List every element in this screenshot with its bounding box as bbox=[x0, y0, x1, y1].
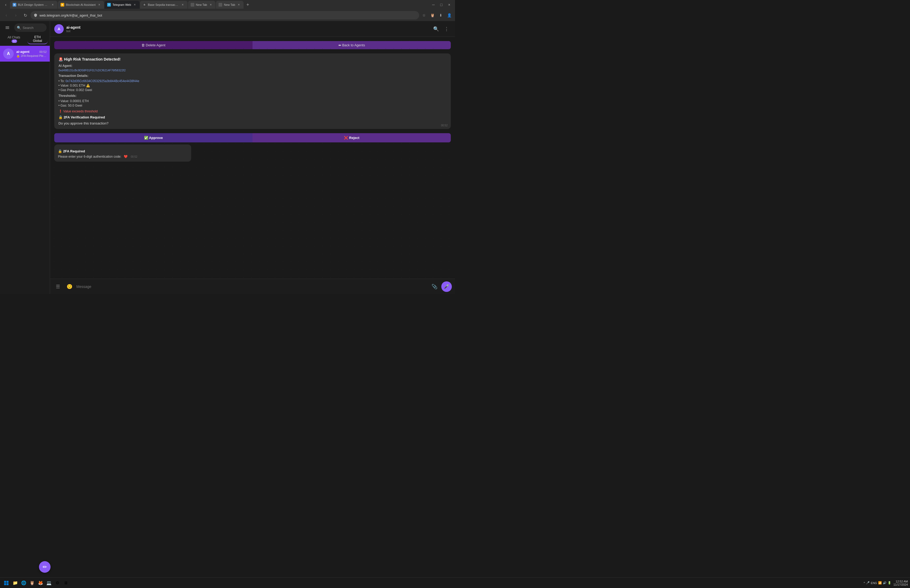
warning-text: ❗ Value exceeds threshold bbox=[58, 110, 446, 113]
chat-messages: 🗑 Delete Agent ⬅ Back to Agents 🚨 High R… bbox=[50, 37, 455, 279]
back-button[interactable]: ‹ bbox=[2, 11, 11, 19]
alert-message: 🚨 High Risk Transaction Detected! AI Age… bbox=[54, 53, 451, 129]
tab-1-title: BLK Design System React ... bbox=[18, 3, 49, 6]
tab-3-favicon: T bbox=[107, 3, 111, 6]
more-options-button[interactable]: ⋮ bbox=[442, 25, 451, 33]
alert-time: 00:52 bbox=[441, 124, 448, 127]
address-actions: ☆ 🦉 ⬇ 👤 bbox=[420, 11, 453, 19]
minimize-button[interactable]: ─ bbox=[430, 1, 437, 8]
twofa-bubble-title: 🔒 2FA Required bbox=[58, 149, 187, 153]
chat-header-name: ai-agent bbox=[66, 25, 432, 29]
address-field[interactable]: web.telegram.org/k/#@ai_agent_thai_bot bbox=[31, 11, 419, 19]
reload-button[interactable]: ↻ bbox=[21, 11, 29, 19]
tab-5-close[interactable]: × bbox=[209, 3, 213, 7]
tx-gas: • Gas Price: 0.002 Gwei bbox=[58, 88, 446, 92]
chat-item-ai-agent[interactable]: A ai-agent 00:52 🔒 2FA Required Please e… bbox=[0, 46, 50, 61]
tab-2-favicon: B bbox=[61, 3, 64, 6]
new-tab-button[interactable]: + bbox=[244, 1, 251, 8]
extensions-button[interactable]: 🦉 bbox=[429, 11, 436, 19]
tab-4[interactable]: B Base Sepolia transaction 0... × bbox=[140, 1, 187, 9]
twofa-time: 00:52 bbox=[131, 155, 137, 158]
search-chat-button[interactable]: 🔍 bbox=[432, 25, 440, 33]
attach-button[interactable]: 📎 bbox=[430, 282, 439, 291]
tab-6-favicon bbox=[218, 3, 222, 6]
search-icon: 🔍 bbox=[17, 26, 21, 30]
reject-button[interactable]: ❌ Reject bbox=[252, 133, 451, 142]
chat-preview: 🔒 2FA Required Please enter your 6-digit… bbox=[16, 54, 47, 58]
tx-to-address: 0x742d35Cc6634C0532925a3b844Bc454e4438f4… bbox=[66, 79, 139, 83]
alert-title: 🚨 High Risk Transaction Detected! bbox=[58, 57, 446, 61]
forward-button[interactable]: › bbox=[11, 11, 20, 19]
tab-6[interactable]: New Tab × bbox=[216, 1, 244, 9]
threshold-gas: • Gas: 50.0 Gwei bbox=[58, 104, 446, 107]
message-input[interactable] bbox=[76, 284, 428, 289]
search-input-label: Search bbox=[23, 26, 34, 30]
tab-4-close[interactable]: × bbox=[181, 3, 185, 7]
address-bar: ‹ › ↻ web.telegram.org/k/#@ai_agent_thai… bbox=[0, 10, 455, 21]
twofa-bubble-body: Please enter your 6-digit authentication… bbox=[58, 155, 187, 158]
chat-info-ai-agent: ai-agent 00:52 🔒 2FA Required Please ent… bbox=[16, 50, 47, 58]
chat-header-status: bot bbox=[66, 29, 432, 32]
chat-header-info: ai-agent bot bbox=[66, 25, 432, 32]
twofa-required-text: 🔒 2FA Verification Required bbox=[58, 115, 446, 119]
menu-button[interactable] bbox=[3, 23, 11, 32]
chat-header-actions: 🔍 ⋮ bbox=[432, 25, 451, 33]
browser-chrome: ‹ B BLK Design System React ... × B Bloc… bbox=[0, 0, 455, 21]
tab-3[interactable]: T Telegram Web × bbox=[105, 1, 139, 9]
search-bar[interactable]: 🔍 Search bbox=[14, 23, 47, 32]
profile-button[interactable]: 👤 bbox=[446, 11, 453, 19]
menu-icon-button[interactable]: ☰ bbox=[53, 282, 63, 291]
tab-1-close[interactable]: × bbox=[50, 3, 55, 7]
threshold-label: Thresholds: bbox=[58, 94, 446, 98]
chat-avatar-ai-agent: A bbox=[3, 48, 14, 59]
tab-2[interactable]: B Blockchain AI Assistant × bbox=[58, 1, 104, 9]
chat-main: A ai-agent bot 🔍 ⋮ 🗑 Delete Agent ⬅ Back… bbox=[50, 21, 455, 294]
tab-bar: ‹ B BLK Design System React ... × B Bloc… bbox=[0, 0, 455, 10]
tab-nav-prev[interactable]: ‹ bbox=[2, 1, 10, 8]
secure-icon bbox=[34, 13, 37, 17]
all-chats-badge: 12 bbox=[11, 39, 17, 43]
close-button[interactable]: × bbox=[446, 1, 453, 8]
tab-3-close[interactable]: × bbox=[133, 3, 137, 7]
agent-label: AI Agent: bbox=[58, 64, 446, 68]
tab-4-title: Base Sepolia transaction 0... bbox=[148, 3, 179, 6]
filter-all-chats[interactable]: All Chats 12 bbox=[2, 34, 26, 44]
twofa-bubble: 🔒 2FA Required Please enter your 6-digit… bbox=[54, 144, 191, 162]
approve-button[interactable]: ✅ Approve bbox=[54, 133, 252, 142]
delete-agent-button[interactable]: 🗑 Delete Agent bbox=[54, 41, 252, 49]
tab-4-favicon: B bbox=[143, 3, 146, 6]
app-container: 🔍 Search All Chats 12 ETH Global A bbox=[0, 21, 455, 294]
chat-name-row: ai-agent 00:52 bbox=[16, 50, 47, 54]
chat-time: 00:52 bbox=[39, 50, 47, 53]
voice-button[interactable]: 🎤 bbox=[441, 281, 452, 292]
chat-header: A ai-agent bot 🔍 ⋮ bbox=[50, 21, 455, 37]
approve-question: Do you approve this transaction? bbox=[58, 121, 446, 125]
tab-6-close[interactable]: × bbox=[237, 3, 241, 7]
filter-eth-global[interactable]: ETH Global bbox=[27, 34, 48, 44]
tx-to: • To: 0x742d35Cc6634C0532925a3b844Bc454e… bbox=[58, 79, 446, 83]
tab-5-favicon bbox=[191, 3, 194, 6]
download-button[interactable]: ⬇ bbox=[437, 11, 444, 19]
tab-3-title: Telegram Web bbox=[112, 3, 131, 6]
hamburger-icon bbox=[5, 25, 10, 30]
threshold-value: • Value: 0.00001 ETH bbox=[58, 99, 446, 103]
tab-5-title: New Tab bbox=[196, 3, 207, 6]
window-controls: ─ □ × bbox=[430, 1, 453, 8]
chat-header-avatar: A bbox=[54, 24, 64, 34]
sidebar-header: 🔍 Search bbox=[0, 21, 50, 34]
tab-2-close[interactable]: × bbox=[97, 3, 101, 7]
bookmark-button[interactable]: ☆ bbox=[420, 11, 428, 19]
emoji-button[interactable]: 🙂 bbox=[65, 282, 74, 291]
chat-list: A ai-agent 00:52 🔒 2FA Required Please e… bbox=[0, 46, 50, 294]
address-text: web.telegram.org/k/#@ai_agent_thai_bot bbox=[39, 13, 416, 17]
chat-name: ai-agent bbox=[16, 50, 29, 54]
back-to-agents-button[interactable]: ⬅ Back to Agents bbox=[252, 41, 451, 49]
top-action-buttons: 🗑 Delete Agent ⬅ Back to Agents bbox=[54, 41, 451, 49]
maximize-button[interactable]: □ bbox=[438, 1, 445, 8]
message-input-bar: ☰ 🙂 📎 🎤 bbox=[50, 279, 455, 294]
tab-1[interactable]: B BLK Design System React ... × bbox=[10, 1, 57, 9]
tab-6-title: New Tab bbox=[224, 3, 235, 6]
tab-5[interactable]: New Tab × bbox=[188, 1, 216, 9]
tab-2-title: Blockchain AI Assistant bbox=[66, 3, 95, 6]
tx-value: • Value: 0.001 ETH ⚠️ bbox=[58, 84, 446, 87]
